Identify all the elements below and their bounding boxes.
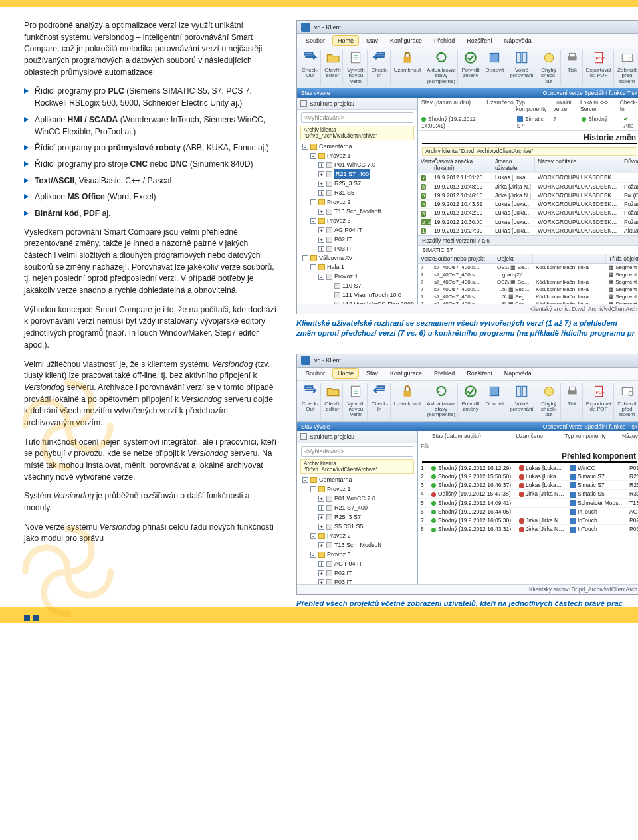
tree-node[interactable]: -Provoz 2 [300,531,415,540]
history-row[interactable]: 519.9.2012 10:46:15Jirka [Jirka N.]WORKG… [418,191,638,200]
list-item: Text/ASCII, VisualBasic, C++ / Pascal [24,175,278,187]
component-row[interactable]: 4Odlišný (19.9.2012 15:47:38)Jirka [Jirk… [418,490,638,498]
tree-node[interactable]: +AG P04 IT [300,225,415,235]
component-row[interactable]: 2Shodný (19.9.2012 15:50:50)Lukas [Lukas… [418,472,638,481]
ribbon-confirm[interactable]: Potvrdit změny [459,50,482,86]
tree-node[interactable]: -Provoz 2 [300,197,415,207]
ribbon-preview[interactable]: Zobrazit před tiskem [615,383,638,420]
tree-node[interactable]: +P01 WinCC 7.0 [300,160,415,169]
ribbon-restore[interactable]: Obnovit [484,383,507,420]
ribbon-open[interactable]: Otevřít editor [322,50,343,86]
project-tree[interactable]: -Cementárna-Provoz 1+P01 WinCC 7.0+R21 S… [300,475,415,584]
ribbon-lock[interactable]: Uzamknout [392,383,423,420]
ribbon-smart[interactable]: Chytrý check-out [538,383,561,420]
diff-row[interactable]: 7s7_400\s7_400.s……gram(2)\ ▦ Bloky \ ○ O… [418,271,638,278]
tree-node[interactable]: +P02 IT [300,568,415,578]
history-row[interactable]: 119.9.2012 10:27:39Lukas [Lukas R.]WORKG… [418,227,638,235]
menu-konfigurace[interactable]: Konfigurace [385,36,427,45]
tree-node[interactable]: +P03 IT [300,244,415,253]
component-row[interactable]: 3Shodný (19.9.2012 16:46:37)Lukas [Lukas… [418,481,638,490]
ribbon-compare[interactable]: Volné porovnání [508,50,536,86]
tree-node[interactable]: +T13 Sch_Modsoft [300,207,415,216]
history-row[interactable]: 2 [2.1]19.9.2012 10:30:00Lukas [Lukas R.… [418,218,638,227]
tree-node[interactable]: +R21 S7_400 [300,169,415,179]
search-input[interactable]: <Vyhledávání> [301,112,413,123]
ribbon-refresh[interactable]: Aktualizovat stavy (kompletně) [425,383,458,420]
ribbon-lock[interactable]: Uzamknout [392,50,423,86]
tree-node[interactable]: -Provoz 1 [300,484,415,494]
tree-node[interactable]: +AG P04 IT [300,559,415,568]
ribbon-open[interactable]: Otevřít editor [322,383,343,420]
menu-home[interactable]: Home [332,35,359,46]
tree-node[interactable]: -Cementárna [300,142,415,151]
tree-node[interactable]: +P03 IT [300,578,415,584]
ribbon-checkin[interactable]: Check-In [369,383,390,420]
tree-node[interactable]: 110 S7 [300,281,415,290]
ribbon-pdf[interactable]: PDFExportovat do PDF [584,383,614,420]
component-row[interactable]: 6Shodný (19.9.2012 16:44:05)InTouchAG P0… [418,508,638,516]
ribbon-refresh[interactable]: Aktualizovat stavy (kompletně) [425,50,458,86]
tree-node[interactable]: -Cementárna [300,475,415,484]
ribbon-restore[interactable]: Obnovit [484,50,507,86]
ribbon-newver[interactable]: Vytvořit novou verzi [344,50,368,86]
ribbon-checkout[interactable]: Check-Out [300,383,321,420]
tree-node[interactable]: 112 Visu WinCC Flex 2008 [300,300,415,304]
history-row[interactable]: 319.9.2012 10:42:19Lukas [Lukas R.]WORKG… [418,209,638,217]
ribbon-confirm[interactable]: Potvrdit změny [459,383,482,420]
tree-node[interactable]: +P01 WinCC 7.0 [300,494,415,503]
tree-node[interactable]: 111 Visu InTouch 10.0 [300,290,415,300]
tree-node[interactable]: +S5 R31 S5 [300,522,415,531]
ribbon-print[interactable]: Tisk [562,50,583,86]
history-row[interactable]: 619.9.2012 10:48:19Jirka [Jirka N.]WORKG… [418,183,638,191]
diff-row[interactable]: 7s7_400\s7_400.s…OB2\ ▦ Segment 1\Kód/ko… [418,278,638,286]
menu-nápověda[interactable]: Nápověda [500,36,536,45]
tree-node[interactable]: +R25_3 S7 [300,179,415,188]
tree-node[interactable]: +T13 Sch_Modsoft [300,540,415,550]
svg-rect-14 [404,390,411,396]
menu-rozšíření[interactable]: Rozšíření [462,369,497,378]
menu-soubor[interactable]: Soubor [301,36,330,45]
history-row[interactable]: 419.9.2012 10:43:51Lukas [Lukas R.]WORKG… [418,200,638,209]
search-input[interactable]: <Vyhledávání> [301,446,413,457]
component-row[interactable]: 8Shodný (19.9.2012 16:43:31)Jirka [Jirka… [418,525,638,534]
ribbon-pdf[interactable]: PDFExportovat do PDF [584,50,614,86]
ribbon-newver[interactable]: Vytvořit novou verzi [344,383,368,420]
tree-node[interactable]: -Provoz 3 [300,216,415,225]
diff-row[interactable]: 7s7_400\s7_400.s……5\ ▦ Segment 1\Kód/kom… [418,300,638,304]
menu-přehled[interactable]: Přehled [429,369,459,378]
menu-stav[interactable]: Stav [362,36,383,45]
project-tree[interactable]: -Cementárna-Provoz 1+P01 WinCC 7.0+R21 S… [300,142,415,304]
component-row[interactable]: 7Shodný (19.9.2012 16:05:30)Jirka [Jirka… [418,516,638,525]
ribbon-compare[interactable]: Volné porovnání [508,383,536,420]
ribbon-checkin[interactable]: Check-In [369,50,390,86]
tree-node[interactable]: -Provoz 1 [300,151,415,160]
menu-rozšíření[interactable]: Rozšíření [462,36,497,45]
tree-node[interactable]: -Provoz 1 [300,272,415,281]
ribbon-preview[interactable]: Zobrazit před tiskem [615,50,638,86]
window-title: vd - Klient [314,24,341,31]
menu-soubor[interactable]: Soubor [301,369,330,378]
ribbon-checkout[interactable]: Check-Out [300,50,321,86]
lock-user-icon [519,518,524,524]
history-row[interactable]: 719.9.2012 11:01:20Lukas [Lukas R.]WORKG… [418,173,638,182]
tree-node[interactable]: +R25_3 S7 [300,512,415,522]
menu-přehled[interactable]: Přehled [429,36,459,45]
tree-node[interactable]: -Válcovna AV [300,253,415,262]
ribbon-smart[interactable]: Chytrý check-out [538,50,561,86]
component-row[interactable]: 5Shodný (19.9.2012 14:09:41)Schneider Mo… [418,499,638,508]
component-icon [326,237,332,243]
component-row[interactable]: 1Shodný (19.9.2012 16:12:29)Lukas [Lukas… [418,464,638,472]
tree-node[interactable]: +R21 S7_400 [300,503,415,512]
menu-nápověda[interactable]: Nápověda [500,369,536,378]
diff-row[interactable]: 7s7_400\s7_400.s……5\ ▦ Segment 21Kód/kom… [418,293,638,300]
tree-node[interactable]: +R31 S5 [300,188,415,197]
menu-home[interactable]: Home [332,368,359,379]
menu-stav[interactable]: Stav [362,369,383,378]
ribbon-print[interactable]: Tisk [562,383,583,420]
tree-node[interactable]: -Provoz 3 [300,550,415,559]
diff-row[interactable]: 7s7_400\s7_400.s……5\ ▦ Segment 1\Kód/kom… [418,286,638,293]
diff-row[interactable]: 7s7_400\s7_400.s…OB1\ ▦ Segment 1\Kód/ko… [418,264,638,271]
tree-node[interactable]: -Hala 1 [300,262,415,272]
tree-node[interactable]: +P02 IT [300,235,415,244]
menu-konfigurace[interactable]: Konfigurace [385,369,427,378]
